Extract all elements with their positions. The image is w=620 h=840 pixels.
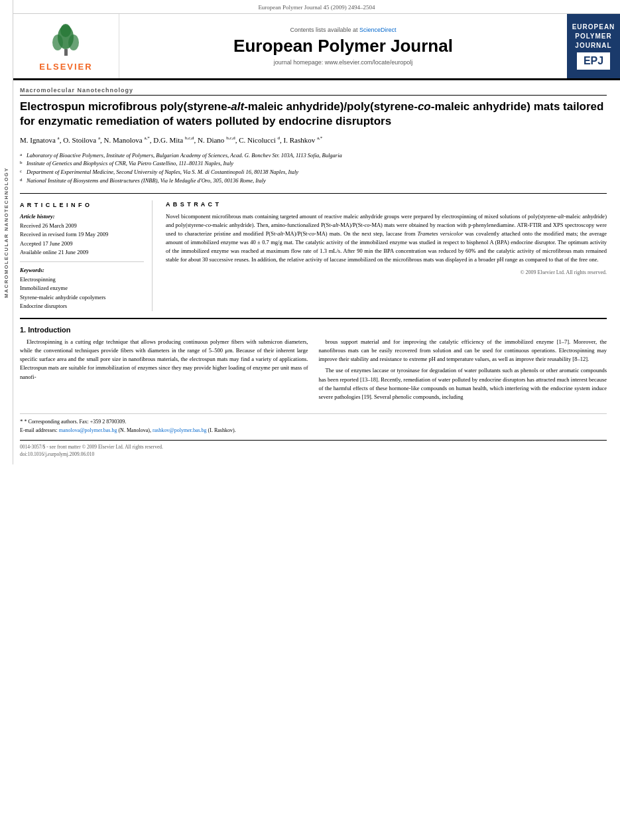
bottom-bar: 0014-3057/$ - see front matter © 2009 El…: [20, 440, 607, 458]
badge-abbr2: POLYMER: [575, 33, 612, 40]
main-content: Macromolecular Nanotechnology Electrospu…: [13, 80, 620, 464]
contents-line: Contents lists available at ScienceDirec…: [290, 27, 396, 33]
svg-rect-0: [64, 49, 68, 56]
intro-para-1: Electrospinning is a cutting edge techni…: [20, 338, 308, 382]
email-footnote: E-mail addresses: manolova@polymer.bas.b…: [20, 427, 607, 435]
article-history-label: Article history:: [20, 212, 144, 222]
keywords-label: Keywords:: [20, 266, 144, 275]
introduction-title: 1. Introduction: [20, 326, 607, 334]
keyword-3: Styrene-maleic anhydride copolymers: [20, 293, 144, 303]
badge-abbr3: JOURNAL: [575, 42, 611, 50]
introduction-section: 1. Introduction Electrospinning is a cut…: [20, 326, 607, 404]
svg-point-3: [68, 35, 79, 50]
article-info-title: A R T I C L E I N F O: [20, 200, 144, 210]
received-date: Received 26 March 2009: [20, 222, 144, 231]
email1-link[interactable]: manolova@polymer.bas.bg: [59, 427, 117, 433]
email2-link[interactable]: rashkov@polymer.bas.bg: [153, 427, 207, 433]
macro-side-label: MACROMOLECULAR NANOTECHNOLOGY: [0, 0, 13, 464]
keyword-4: Endocrine disruptors: [20, 302, 144, 311]
badge-epj-text: EPJ: [584, 54, 603, 67]
footnotes: * * Corresponding authors. Fax: +359 2 8…: [20, 413, 607, 435]
elsevier-text: ELSEVIER: [39, 62, 92, 72]
badge-abbr: EUROPEAN: [572, 23, 615, 31]
top-citation: European Polymer Journal 45 (2009) 2494–…: [13, 0, 620, 14]
svg-point-4: [60, 24, 71, 37]
introduction-body: Electrospinning is a cutting edge techni…: [20, 338, 607, 404]
journal-title: European Polymer Journal: [233, 36, 453, 56]
affiliations: aLaboratory of Bioactive Polymers, Insti…: [20, 151, 607, 185]
journal-badge-area: EUROPEAN POLYMER JOURNAL EPJ: [567, 14, 620, 78]
journal-homepage: journal homepage: www.elsevier.com/locat…: [274, 59, 413, 66]
article-title: Electrospun microfibrous poly(styrene-al…: [20, 100, 607, 129]
macro-side-text: MACROMOLECULAR NANOTECHNOLOGY: [3, 167, 9, 298]
abstract-text: Novel bicomponent microfibrous mats cont…: [166, 212, 607, 265]
intro-para-2: brous support material and for improving…: [319, 338, 607, 364]
journal-badge: EUROPEAN POLYMER JOURNAL EPJ: [570, 23, 617, 70]
sciencedirect-link[interactable]: ScienceDirect: [359, 27, 397, 33]
section-divider: [20, 318, 607, 319]
keyword-1: Electrospinning: [20, 275, 144, 285]
intro-para-3: The use of enzymes laccase or tyrosinase…: [319, 366, 607, 401]
elsevier-logo: ELSEVIER: [30, 21, 103, 72]
abstract-col: A B S T R A C T Novel bicomponent microf…: [166, 200, 607, 311]
svg-point-2: [52, 35, 63, 50]
authors-line: M. Ignatova a, O. Stoilova a, N. Manolov…: [20, 135, 607, 145]
received-revised-date: Received in revised form 19 May 2009: [20, 230, 144, 240]
journal-header: ELSEVIER Contents lists available at Sci…: [13, 14, 620, 80]
section-label: Macromolecular Nanotechnology: [20, 87, 607, 96]
right-content: European Polymer Journal 45 (2009) 2494–…: [13, 0, 620, 464]
corr-authors-note: * * Corresponding authors. Fax: +359 2 8…: [20, 417, 607, 427]
journal-title-area: Contents lists available at ScienceDirec…: [119, 14, 567, 78]
article-info-abstract-section: A R T I C L E I N F O Article history: R…: [20, 193, 607, 311]
intro-col2: brous support material and for improving…: [319, 338, 607, 404]
copyright-line: © 2009 Elsevier Ltd. All rights reserved…: [166, 269, 607, 277]
elsevier-tree-svg: [48, 23, 84, 59]
article-info-col: A R T I C L E I N F O Article history: R…: [20, 200, 153, 311]
bottom-bar-text1: 0014-3057/$ - see front matter © 2009 El…: [20, 443, 607, 451]
intro-col1: Electrospinning is a cutting edge techni…: [20, 338, 308, 404]
keywords-list: Electrospinning Immobilized enzyme Styre…: [20, 275, 144, 311]
page-wrapper: MACROMOLECULAR NANOTECHNOLOGY European P…: [0, 0, 620, 464]
available-online-date: Available online 21 June 2009: [20, 248, 144, 257]
publisher-logo-area: ELSEVIER: [13, 14, 119, 78]
accepted-date: Accepted 17 June 2009: [20, 240, 144, 249]
keyword-2: Immobilized enzyme: [20, 284, 144, 293]
abstract-title: A B S T R A C T: [166, 200, 607, 210]
bottom-bar-text2: doi:10.1016/j.eurpolymj.2009.06.010: [20, 451, 607, 458]
elsevier-tree-image: [30, 21, 103, 60]
